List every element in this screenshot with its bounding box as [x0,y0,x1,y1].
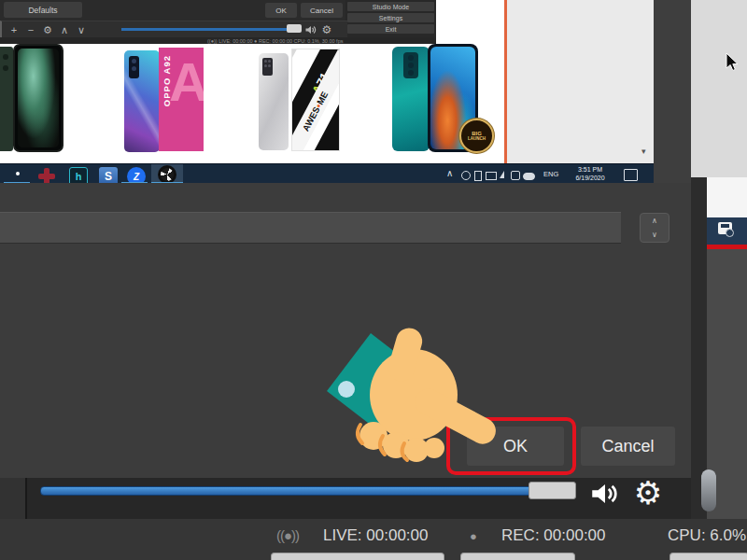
product-a71-awesome-card: A71 AWES●ME [291,49,340,151]
tray-icon[interactable] [486,172,497,180]
taskbar-obs-icon[interactable] [158,165,176,184]
big-launch-badge: BIG LAUNCH [459,119,494,153]
windows-taskbar: h S Z ∧ ENG 3:51 PM 6/19/2020 [0,163,654,184]
tray-clock[interactable]: 3:51 PM 6/19/2020 [564,166,616,182]
nested-cancel-button[interactable]: Cancel [301,3,343,18]
remove-source-icon[interactable]: − [24,21,37,38]
nested-status-strip: ((●)) LIVE: 00:00:00 ● REC: 00:00:00 CPU… [0,37,436,44]
rec-timer: REC: 00:00:00 [501,526,606,545]
move-up-icon[interactable]: ∧ [58,21,71,38]
broadcast-icon: ((●)) [276,527,299,543]
background-light-column [691,0,747,177]
right-white-fragment [707,177,747,217]
background-dark-strip [654,0,691,183]
speaker-icon[interactable] [585,480,625,508]
nested-controls-dock: Studio Mode Settings Exit [345,0,436,37]
nested-speaker-icon[interactable] [304,24,317,35]
dropdown-caret-icon[interactable]: ▾ [641,147,646,156]
iphone-screen-wallpaper [18,49,59,147]
nested-dialog-button-row: Defaults OK Cancel [0,0,345,21]
badge-line2: LAUNCH [468,136,486,142]
live-timer: LIVE: 00:00:00 [323,526,428,545]
cpu-usage: CPU: 6.0% [668,526,746,545]
tray-date: 6/19/2020 [564,175,616,183]
product-a71-back [259,53,289,150]
tray-chevron-icon[interactable]: ∧ [446,168,453,178]
tray-icon[interactable] [511,171,520,180]
nested-ok-button[interactable]: OK [265,3,297,18]
product-iphone-back [0,47,13,151]
sleeve-button [338,381,355,398]
right-taskbar-fragment [707,217,747,245]
exit-button[interactable]: Exit [347,24,434,34]
nested-volume-slider[interactable] [121,28,299,31]
add-source-icon[interactable]: + [7,21,21,38]
spinner-control[interactable]: ∧ ∨ [640,213,669,243]
preview-gray-panel: ▾ [507,0,654,163]
taskbar-obs-active-cell[interactable] [151,164,183,184]
oppo-card-label: OPPO A92 [162,55,172,106]
nested-sources-toolbar: + − ⚙ ∧ ∨ ⚙ [0,21,347,38]
tray-icon[interactable] [461,171,471,180]
screenshot-root: Defaults OK Cancel Studio Mode Settings … [0,0,747,560]
a71-camera-module [262,58,273,76]
dialog-text-field[interactable] [0,212,621,244]
product-oppo-a92-back [124,50,160,152]
cut-button[interactable] [271,553,444,560]
media-left-panel [0,478,27,519]
scrollbar-thumb[interactable] [701,469,716,511]
pointing-hand-graphic [317,322,514,481]
volume-slider[interactable] [40,486,576,496]
spinner-down-icon[interactable]: ∨ [641,228,669,242]
nested-status-text: ((●)) LIVE: 00:00:00 ● REC: 00:00:00 CPU… [207,38,343,44]
settings-button[interactable]: Settings [347,13,434,22]
mouse-cursor-icon [725,52,740,73]
tray-signal-icon[interactable] [500,171,504,178]
nested-volume-handle[interactable] [287,24,302,33]
studio-mode-button[interactable]: Studio Mode [347,2,434,11]
product-oppo-a92-card: A OPPO A92 [159,48,204,151]
cancel-button[interactable]: Cancel [581,427,675,466]
product-redmi-note9-back [392,47,430,151]
volume-slider-handle[interactable] [529,482,576,499]
nested-defaults-button[interactable]: Defaults [4,2,82,18]
redmi-camera-module [403,52,418,78]
tray-time: 3:51 PM [564,166,616,175]
cut-button[interactable] [669,553,747,560]
move-down-icon[interactable]: ∨ [75,21,88,38]
rec-dot-icon: ● [470,529,477,543]
oppo-card-big-letter: A [169,55,204,109]
cut-button[interactable] [460,553,575,560]
source-properties-gear-icon[interactable]: ⚙ [41,21,54,38]
tray-icon[interactable] [474,171,482,181]
action-center-icon[interactable] [624,169,638,181]
spinner-up-icon[interactable]: ∧ [641,214,669,228]
product-iphone-11-pro [13,44,63,152]
media-gear-icon[interactable]: ⚙ [629,474,667,511]
tray-language-label[interactable]: ENG [543,170,558,178]
oppo-camera-module [129,56,139,78]
save-sync-icon [718,222,732,234]
dialog-edge-shadow [691,177,707,519]
nested-audio-gear-icon[interactable]: ⚙ [320,21,333,38]
tray-cloud-icon[interactable] [523,173,535,180]
